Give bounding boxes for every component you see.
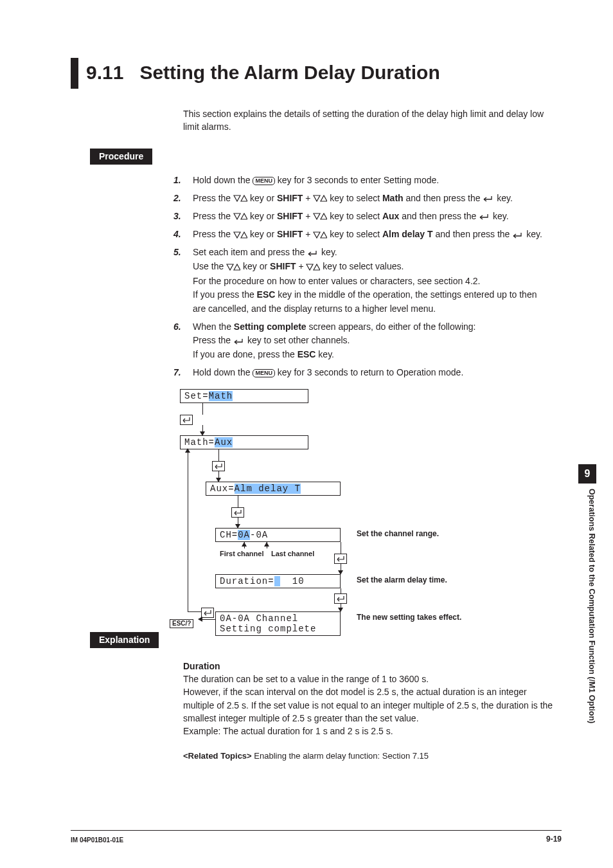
explanation-label: Explanation	[90, 632, 159, 648]
step-7: 7 Hold down the MENU key for 3 seconds t…	[173, 366, 546, 380]
enter-key-icon	[483, 192, 494, 206]
esc-key-label: ESC/?	[170, 619, 193, 628]
footer-rule	[71, 830, 562, 831]
step-3: 3 Press the key or SHIFT + key to select…	[173, 210, 546, 224]
step-6: 6 When the Setting complete screen appea…	[173, 320, 546, 363]
enter-key-icon	[512, 228, 524, 242]
explanation-body: Duration The duration can be set to a va…	[183, 660, 556, 738]
last-channel-label: Last channel	[271, 550, 314, 557]
up-down-icon	[233, 192, 247, 206]
caption-alarm-delay: Set the alarm delay time.	[357, 575, 447, 584]
step-4: 4 Press the key or SHIFT + key to select…	[173, 228, 546, 242]
up-down-icon	[233, 228, 247, 242]
enter-box-icon	[201, 608, 214, 618]
caption-new-setting: The new setting takes effect.	[357, 613, 461, 622]
step-5: 5 Set each item and press the key. Use t…	[173, 246, 546, 316]
enter-box-icon	[334, 593, 347, 604]
first-channel-label: First channel	[220, 550, 263, 557]
duration-heading: Duration	[183, 660, 556, 673]
enter-key-icon	[479, 210, 490, 224]
chapter-tab: 9	[578, 464, 596, 484]
heading-bar	[71, 58, 78, 89]
footer-page: 9-19	[546, 835, 562, 844]
caption-channel-range: Set the channel range.	[357, 529, 439, 538]
enter-key-icon	[307, 246, 319, 260]
step-2: 2 Press the key or SHIFT + key to select…	[173, 192, 546, 206]
menu-key-icon: MENU	[253, 177, 275, 185]
heading-title: Setting the Alarm Delay Duration	[139, 62, 440, 83]
procedure-list: 1 Hold down the MENU key for 3 seconds t…	[173, 174, 546, 380]
up-down-icon	[313, 210, 327, 224]
chapter-title-vertical: Operations Related to the Computation Fu…	[578, 489, 596, 765]
enter-key-icon	[233, 334, 245, 348]
enter-box-icon	[231, 507, 244, 518]
enter-box-icon	[334, 554, 347, 564]
menu-key-icon: MENU	[253, 369, 275, 377]
intro-text: This section explains the details of set…	[183, 108, 559, 133]
menu-flow-diagram: Set=Math Math=Aux Aux=Alm delay T CH=0A-…	[180, 389, 553, 627]
section-heading: 9.11 Setting the Alarm Delay Duration	[71, 58, 562, 89]
procedure-label: Procedure	[90, 149, 152, 165]
up-down-icon	[233, 210, 247, 224]
footer-doc-id: IM 04P01B01-01E	[71, 836, 123, 844]
enter-box-icon	[212, 461, 225, 471]
heading-number: 9.11	[86, 62, 123, 83]
up-down-icon	[313, 192, 327, 206]
related-topics: <Related Topics> Enabling the alarm dela…	[183, 751, 562, 761]
enter-box-icon	[180, 415, 193, 425]
step-1: 1 Hold down the MENU key for 3 seconds t…	[173, 174, 546, 188]
up-down-icon	[313, 228, 327, 242]
up-down-icon	[306, 260, 320, 275]
up-down-icon	[226, 260, 240, 275]
